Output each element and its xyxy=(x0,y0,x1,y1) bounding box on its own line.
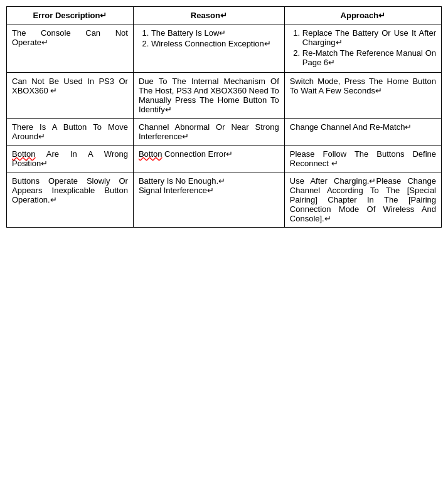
reason-cell-2: Due To The Internal Mechanism Of The Hos… xyxy=(133,73,284,119)
table-row: Can Not Be Used In PS3 Or XBOX360 ↵ Due … xyxy=(7,73,442,119)
reason-cell-1: The Battery Is Low↵ Wireless Connection … xyxy=(133,24,284,73)
table-row: Botton Are In A Wrong Position↵ Botton C… xyxy=(7,145,442,172)
approach-cell-4: Please Follow The Buttons Define Reconne… xyxy=(284,145,441,172)
header-reason: Reason↵ xyxy=(133,7,284,24)
approach-cell-3: Change Channel And Re-Match↵ xyxy=(284,119,441,145)
error-text-2: Can Not Be Used In PS3 Or XBOX360 ↵ xyxy=(12,77,128,95)
header-approach: Approach↵ xyxy=(284,7,441,24)
reason-item-5a: Battery Is No Enough.↵ xyxy=(139,176,225,186)
table-row: There Is A Button To Move Around↵ Channe… xyxy=(7,119,442,145)
error-cell-2: Can Not Be Used In PS3 Or XBOX360 ↵ xyxy=(7,73,134,119)
error-text-1: The Console Can Not Operate↵ xyxy=(12,28,128,47)
table-row: The Console Can Not Operate↵ The Battery… xyxy=(7,24,442,73)
error-text-3: There Is A Button To Move Around↵ xyxy=(12,122,128,141)
approach-list-1: Replace The Battery Or Use It After Char… xyxy=(290,28,436,67)
approach-text-2: Switch Mode, Press The Home Button To Wa… xyxy=(290,77,436,95)
reason-text-2: Due To The Internal Mechanism Of The Hos… xyxy=(139,77,279,114)
approach-cell-2: Switch Mode, Press The Home Button To Wa… xyxy=(284,73,441,119)
error-text-5: Buttons Operate Slowly Or Appears Inexpl… xyxy=(12,176,128,204)
reason-cell-5: Battery Is No Enough.↵ Signal Interferen… xyxy=(133,172,284,228)
error-cell-4: Botton Are In A Wrong Position↵ xyxy=(7,145,134,172)
reason-item-1a: The Battery Is Low↵ xyxy=(151,28,279,38)
error-cell-3: There Is A Button To Move Around↵ xyxy=(7,119,134,145)
approach-item-1b: Re-Match The Reference Manual On Page 6↵ xyxy=(302,48,436,67)
approach-cell-5: Use After Charging.↵Please Change Channe… xyxy=(284,172,441,228)
reason-cell-3: Channel Abnormal Or Near Strong Interfer… xyxy=(133,119,284,145)
reason-item-1b: Wireless Connection Exception↵ xyxy=(151,39,279,48)
error-squiggly-4: Botton xyxy=(12,149,36,159)
header-error: Error Description↵ xyxy=(7,7,134,24)
error-cell-1: The Console Can Not Operate↵ xyxy=(7,24,134,73)
table-row: Buttons Operate Slowly Or Appears Inexpl… xyxy=(7,172,442,228)
approach-text-5: Use After Charging.↵Please Change Channe… xyxy=(290,176,436,223)
reason-rest-4: Connection Error↵ xyxy=(163,149,233,159)
reason-cell-4: Botton Connection Error↵ xyxy=(133,145,284,172)
error-cell-5: Buttons Operate Slowly Or Appears Inexpl… xyxy=(7,172,134,228)
reason-list-1: The Battery Is Low↵ Wireless Connection … xyxy=(139,28,279,48)
reason-text-3: Channel Abnormal Or Near Strong Interfer… xyxy=(139,122,279,141)
approach-item-1a: Replace The Battery Or Use It After Char… xyxy=(302,28,436,47)
approach-text-4: Please Follow The Buttons Define Reconne… xyxy=(290,149,436,168)
reason-squiggly-4: Botton xyxy=(139,149,163,159)
reason-item-5b: Signal Interference↵ xyxy=(139,186,214,195)
approach-text-3: Change Channel And Re-Match↵ xyxy=(290,122,412,132)
error-table: Error Description↵ Reason↵ Approach↵ The… xyxy=(6,6,442,228)
approach-cell-1: Replace The Battery Or Use It After Char… xyxy=(284,24,441,73)
